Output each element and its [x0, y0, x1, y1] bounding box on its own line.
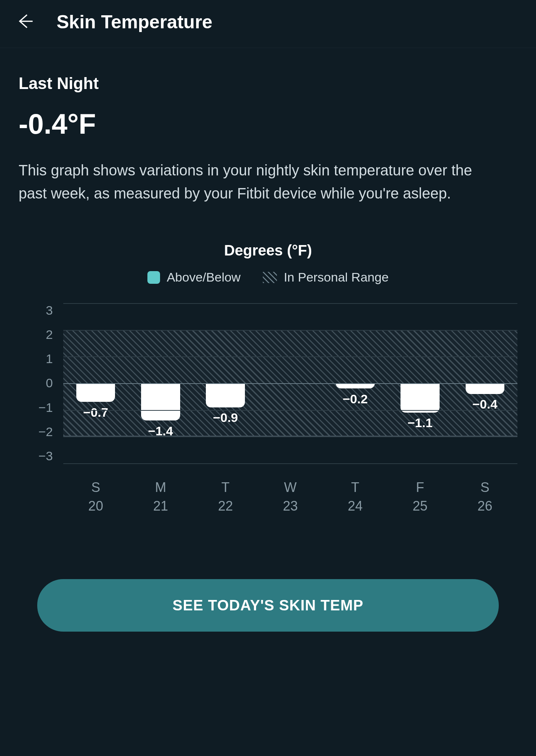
x-tick-label: T24	[323, 478, 387, 516]
last-night-label: Last Night	[19, 74, 517, 93]
last-night-value: -0.4°F	[19, 108, 517, 140]
bar	[76, 383, 115, 402]
y-tick-label: 1	[46, 352, 53, 366]
chart-area: 3210−1−2−3 −0.7−1.4−0.9−0.2−1.1−0.4	[19, 303, 517, 463]
x-tick-label: S26	[453, 478, 517, 516]
y-tick-label: −1	[38, 400, 53, 415]
bar	[141, 383, 180, 420]
y-tick-label: −2	[38, 425, 53, 439]
bar	[466, 383, 505, 394]
x-tick-label: S20	[63, 478, 128, 516]
bar-value-label: −0.2	[343, 392, 368, 406]
see-todays-skin-temp-button[interactable]: SEE TODAY'S SKIN TEMP	[37, 579, 499, 632]
y-axis: 3210−1−2−3	[19, 303, 63, 463]
back-arrow-icon[interactable]	[15, 12, 34, 32]
page-title: Skin Temperature	[57, 11, 213, 33]
bar-value-label: −0.9	[213, 410, 238, 425]
x-tick-label: F25	[387, 478, 452, 516]
chart-plot: −0.7−1.4−0.9−0.2−1.1−0.4	[63, 303, 517, 463]
chart-section: Degrees (°F) Above/Below In Personal Ran…	[0, 205, 536, 516]
chart-title: Degrees (°F)	[19, 242, 517, 259]
swatch-solid-icon	[147, 271, 160, 284]
legend-in-range-label: In Personal Range	[284, 270, 389, 285]
legend-above-below: Above/Below	[147, 270, 240, 285]
chart-legend: Above/Below In Personal Range	[19, 270, 517, 285]
y-tick-label: 0	[46, 376, 53, 390]
x-axis: S20M21T22W23T24F25S26	[63, 478, 517, 516]
cta-section: SEE TODAY'S SKIN TEMP	[0, 516, 536, 632]
gridline	[63, 356, 517, 357]
bar-value-label: −0.7	[83, 405, 108, 420]
header-bar: Skin Temperature	[0, 0, 536, 48]
x-tick-label: T22	[193, 478, 258, 516]
bar	[336, 383, 375, 388]
gridline	[63, 330, 517, 331]
bar	[401, 383, 440, 413]
gridline	[63, 303, 517, 304]
bar-value-label: −1.4	[148, 424, 173, 438]
x-tick-label: M21	[128, 478, 193, 516]
legend-above-below-label: Above/Below	[167, 270, 240, 285]
bar-value-label: −0.4	[472, 397, 497, 412]
bar-value-label: −1.1	[408, 416, 433, 430]
y-tick-label: −3	[38, 449, 53, 463]
gridline	[63, 436, 517, 437]
summary-description: This graph shows variations in your nigh…	[19, 159, 484, 205]
x-tick-label: W23	[258, 478, 323, 516]
legend-in-range: In Personal Range	[263, 270, 389, 285]
y-tick-label: 3	[46, 303, 53, 318]
gridline	[63, 463, 517, 464]
gridline	[63, 383, 517, 384]
summary-section: Last Night -0.4°F This graph shows varia…	[0, 48, 536, 205]
y-tick-label: 2	[46, 327, 53, 342]
swatch-hatch-icon	[263, 272, 277, 283]
gridline	[63, 410, 517, 411]
bar	[206, 383, 245, 407]
